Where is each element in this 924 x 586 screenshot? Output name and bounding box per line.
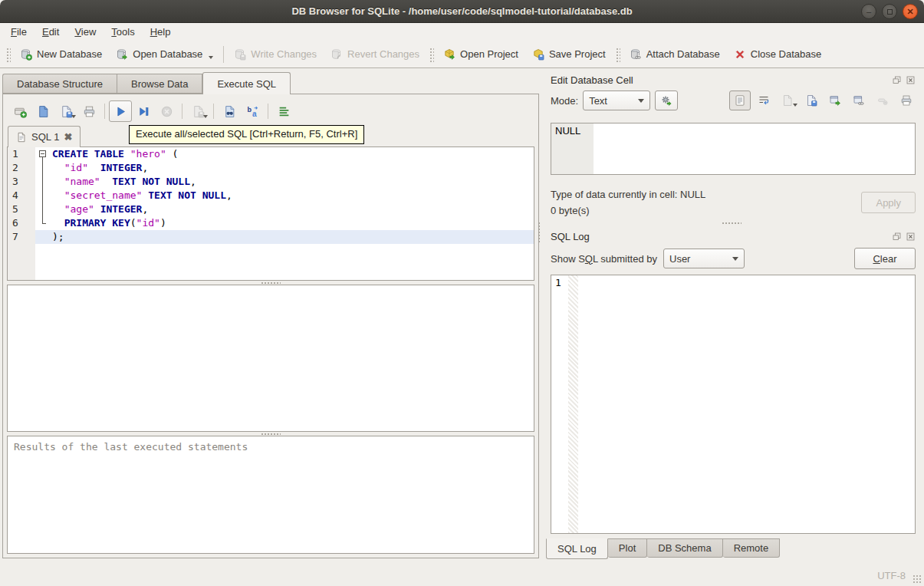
open-external-button[interactable] xyxy=(824,91,846,110)
close-database-button[interactable]: Close Database xyxy=(727,44,829,64)
new-tab-button[interactable] xyxy=(8,100,31,122)
find-button[interactable] xyxy=(218,100,241,122)
bottom-tab-sql-log[interactable]: SQL Log xyxy=(546,538,608,559)
tab-browse-data[interactable]: Browse Data xyxy=(117,74,202,94)
execute-sql-page: ba SQL 1 ✖ 1234567 CREATE TABLE "hero" (… xyxy=(2,94,539,558)
save-project-button[interactable]: Save Project xyxy=(525,44,613,64)
cell-value-editor[interactable]: NULL xyxy=(551,123,916,175)
dropdown-arrow-icon[interactable] xyxy=(209,56,213,59)
dropdown-arrow-icon[interactable] xyxy=(71,115,76,118)
replace-button[interactable]: ba xyxy=(241,100,264,122)
format-sql-button[interactable] xyxy=(272,100,295,122)
toolbar-separator xyxy=(213,104,214,119)
open-sql-file-button[interactable] xyxy=(31,100,54,122)
sql-log-view[interactable]: 1 xyxy=(551,275,916,534)
svg-text:b: b xyxy=(247,106,252,114)
resize-grip[interactable] xyxy=(912,574,922,584)
clear-log-button[interactable]: Clear xyxy=(854,248,916,269)
toolbar-separator xyxy=(104,104,105,119)
toolbar-button-label: Close Database xyxy=(751,48,822,60)
save-sql-file-button[interactable] xyxy=(54,100,77,122)
new-database-icon xyxy=(20,48,32,61)
window-controls: – ✕ xyxy=(861,4,918,19)
new-database-button[interactable]: New Database xyxy=(13,44,109,64)
float-dock-icon[interactable] xyxy=(892,232,902,242)
auto-switch-mode-button[interactable] xyxy=(655,91,678,110)
print-button[interactable] xyxy=(77,100,100,122)
tab-database-structure[interactable]: Database Structure xyxy=(2,74,117,94)
toolbar-drag-handle[interactable] xyxy=(615,47,620,62)
menu-file[interactable]: File xyxy=(3,25,35,39)
write-changes-icon xyxy=(234,48,246,61)
menu-view[interactable]: View xyxy=(67,25,104,39)
close-dock-icon[interactable] xyxy=(906,232,916,242)
menu-edit[interactable]: Edit xyxy=(35,25,67,39)
attach-database-button[interactable]: Attach Database xyxy=(623,44,727,64)
close-button[interactable]: ✕ xyxy=(903,4,918,19)
tab-execute-sql[interactable]: Execute SQL xyxy=(202,72,291,94)
main-toolbar: New DatabaseOpen DatabaseWrite ChangesRe… xyxy=(0,41,924,68)
dropdown-arrow-icon[interactable] xyxy=(793,104,797,107)
results-grid-pane[interactable] xyxy=(7,285,534,432)
bottom-tab-plot[interactable]: Plot xyxy=(608,538,647,558)
open-project-button[interactable]: Open Project xyxy=(436,44,525,64)
minimize-button[interactable]: – xyxy=(861,4,876,19)
open-database-button[interactable]: Open Database xyxy=(109,44,220,64)
toolbar-drag-handle[interactable] xyxy=(5,47,11,62)
splitter-grip xyxy=(722,222,742,224)
execute-line-button[interactable] xyxy=(132,100,155,122)
fold-line xyxy=(38,175,48,189)
dock-splitter[interactable] xyxy=(546,219,917,228)
execute-line-icon xyxy=(137,105,150,118)
cell-info-row: Type of data currently in cell: NULL 0 b… xyxy=(551,186,916,219)
maximize-button[interactable] xyxy=(882,4,897,19)
line-number: 4 xyxy=(8,189,35,202)
tab-close-icon[interactable]: ✖ xyxy=(64,131,72,143)
set-null-button xyxy=(872,91,893,110)
replace-icon: ba xyxy=(246,105,259,118)
code-line-7: ); xyxy=(35,230,534,244)
sql-editor-tab[interactable]: SQL 1 ✖ xyxy=(8,126,81,147)
cell-size-info: 0 byte(s) xyxy=(551,202,861,219)
execute-sql-button[interactable] xyxy=(109,100,132,122)
sql-log-title: SQL Log xyxy=(551,231,888,242)
mode-combobox[interactable]: Text xyxy=(583,91,650,110)
text-mode-button[interactable] xyxy=(729,91,751,110)
close-dock-icon[interactable] xyxy=(906,75,916,85)
sql-editor-tab-label: SQL 1 xyxy=(31,131,59,143)
line-number: 7 xyxy=(8,230,35,244)
revert-changes-icon xyxy=(330,48,343,61)
apply-button[interactable]: Apply xyxy=(861,192,916,213)
word-wrap-button[interactable] xyxy=(753,91,774,110)
write-changes-button: Write Changes xyxy=(227,44,324,64)
printer-button[interactable] xyxy=(896,91,917,110)
toolbar-drag-handle[interactable] xyxy=(429,47,434,62)
open-external-icon xyxy=(829,94,841,107)
log-filter-combobox[interactable]: User xyxy=(663,249,745,268)
fold-line xyxy=(38,161,48,175)
menu-help[interactable]: Help xyxy=(143,25,179,39)
cell-type-info: Type of data currently in cell: NULL xyxy=(551,186,861,202)
edit-cell-dock-title: Edit Database Cell xyxy=(546,71,917,88)
gear-arrow-icon xyxy=(660,94,672,107)
copy-link-icon xyxy=(853,94,865,107)
bottom-tab-remote[interactable]: Remote xyxy=(723,538,781,558)
sql-code-editor[interactable]: 1234567 CREATE TABLE "hero" ( "id" INTEG… xyxy=(7,146,534,281)
copy-link-button[interactable] xyxy=(848,91,870,110)
bottom-tab-db-schema[interactable]: DB Schema xyxy=(647,538,722,558)
splitter-grip xyxy=(261,433,281,435)
sql-log-dock-title: SQL Log xyxy=(546,228,917,245)
save-as-button[interactable] xyxy=(801,91,822,110)
sql-log-controls: Show SQL submitted by User Clear xyxy=(546,246,917,271)
dropdown-arrow-icon[interactable] xyxy=(203,115,208,118)
results-message-pane[interactable]: Results of the last executed statements xyxy=(7,436,534,554)
toolbar-button-label: Attach Database xyxy=(646,48,720,60)
open-project-icon xyxy=(443,48,455,61)
toolbar-button-label: Save Project xyxy=(549,48,606,60)
menu-tools[interactable]: Tools xyxy=(104,25,142,39)
fold-line xyxy=(38,202,48,216)
code-line-6: PRIMARY KEY("id") xyxy=(35,216,534,230)
float-dock-icon[interactable] xyxy=(892,75,902,85)
fold-marker-icon[interactable] xyxy=(38,147,48,161)
new-tab-icon xyxy=(14,105,27,118)
